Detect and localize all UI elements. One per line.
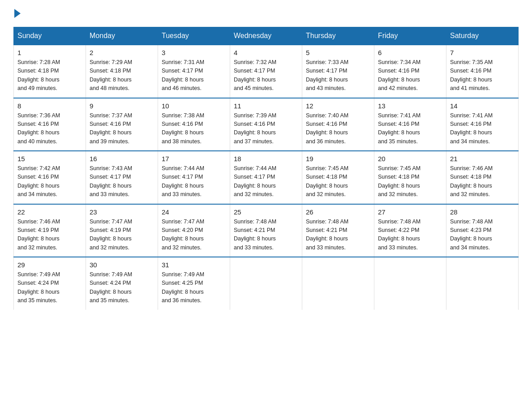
day-info: Sunrise: 7:37 AMSunset: 4:16 PMDaylight:… <box>90 111 154 146</box>
header-cell-thursday: Thursday <box>302 27 374 45</box>
day-number: 17 <box>162 155 226 163</box>
calendar-cell: 5Sunrise: 7:33 AMSunset: 4:17 PMDaylight… <box>302 45 374 98</box>
day-info: Sunrise: 7:47 AMSunset: 4:19 PMDaylight:… <box>90 218 154 253</box>
day-info: Sunrise: 7:46 AMSunset: 4:18 PMDaylight:… <box>450 164 515 199</box>
calendar-cell <box>374 257 446 310</box>
day-number: 15 <box>17 155 82 163</box>
day-info: Sunrise: 7:49 AMSunset: 4:25 PMDaylight:… <box>162 270 226 305</box>
week-row-3: 15Sunrise: 7:42 AMSunset: 4:16 PMDayligh… <box>14 151 519 204</box>
day-info: Sunrise: 7:42 AMSunset: 4:16 PMDaylight:… <box>17 164 82 199</box>
calendar-cell: 13Sunrise: 7:41 AMSunset: 4:16 PMDayligh… <box>374 98 446 151</box>
calendar-cell: 1Sunrise: 7:28 AMSunset: 4:18 PMDaylight… <box>14 45 86 98</box>
day-info: Sunrise: 7:33 AMSunset: 4:17 PMDaylight:… <box>306 58 370 93</box>
calendar-cell: 24Sunrise: 7:47 AMSunset: 4:20 PMDayligh… <box>158 204 230 257</box>
calendar-cell: 25Sunrise: 7:48 AMSunset: 4:21 PMDayligh… <box>230 204 302 257</box>
week-row-1: 1Sunrise: 7:28 AMSunset: 4:18 PMDaylight… <box>14 45 519 98</box>
day-number: 28 <box>450 208 515 216</box>
day-info: Sunrise: 7:29 AMSunset: 4:18 PMDaylight:… <box>90 58 154 93</box>
calendar-table: SundayMondayTuesdayWednesdayThursdayFrid… <box>13 27 519 310</box>
calendar-cell: 31Sunrise: 7:49 AMSunset: 4:25 PMDayligh… <box>158 257 230 310</box>
day-info: Sunrise: 7:46 AMSunset: 4:19 PMDaylight:… <box>17 218 82 253</box>
week-row-2: 8Sunrise: 7:36 AMSunset: 4:16 PMDaylight… <box>14 98 519 151</box>
day-number: 25 <box>234 208 298 216</box>
day-info: Sunrise: 7:45 AMSunset: 4:18 PMDaylight:… <box>378 164 442 199</box>
day-info: Sunrise: 7:43 AMSunset: 4:17 PMDaylight:… <box>90 164 154 199</box>
day-number: 21 <box>450 155 515 163</box>
day-info: Sunrise: 7:48 AMSunset: 4:22 PMDaylight:… <box>378 218 442 253</box>
day-number: 31 <box>162 261 226 269</box>
logo <box>13 9 21 18</box>
day-number: 30 <box>90 261 154 269</box>
day-info: Sunrise: 7:45 AMSunset: 4:18 PMDaylight:… <box>306 164 370 199</box>
calendar-cell: 10Sunrise: 7:38 AMSunset: 4:16 PMDayligh… <box>158 98 230 151</box>
day-number: 13 <box>378 102 442 110</box>
calendar-cell: 29Sunrise: 7:49 AMSunset: 4:24 PMDayligh… <box>14 257 86 310</box>
day-number: 27 <box>378 208 442 216</box>
calendar-cell: 14Sunrise: 7:41 AMSunset: 4:16 PMDayligh… <box>446 98 519 151</box>
day-number: 29 <box>17 261 82 269</box>
day-number: 2 <box>90 49 154 56</box>
day-info: Sunrise: 7:32 AMSunset: 4:17 PMDaylight:… <box>234 58 298 93</box>
calendar-cell <box>446 257 519 310</box>
header-cell-wednesday: Wednesday <box>230 27 302 45</box>
day-info: Sunrise: 7:35 AMSunset: 4:16 PMDaylight:… <box>450 58 515 93</box>
day-number: 10 <box>162 102 226 110</box>
calendar-cell: 6Sunrise: 7:34 AMSunset: 4:16 PMDaylight… <box>374 45 446 98</box>
day-number: 12 <box>306 102 370 110</box>
header-cell-sunday: Sunday <box>14 27 86 45</box>
day-number: 22 <box>17 208 82 216</box>
logo-triangle-icon <box>14 9 21 18</box>
calendar-cell: 17Sunrise: 7:44 AMSunset: 4:17 PMDayligh… <box>158 151 230 204</box>
day-number: 5 <box>306 49 370 56</box>
calendar-cell: 4Sunrise: 7:32 AMSunset: 4:17 PMDaylight… <box>230 45 302 98</box>
calendar-cell <box>230 257 302 310</box>
day-number: 1 <box>17 49 82 56</box>
calendar-cell: 15Sunrise: 7:42 AMSunset: 4:16 PMDayligh… <box>14 151 86 204</box>
day-info: Sunrise: 7:44 AMSunset: 4:17 PMDaylight:… <box>234 164 298 199</box>
calendar-cell: 27Sunrise: 7:48 AMSunset: 4:22 PMDayligh… <box>374 204 446 257</box>
day-info: Sunrise: 7:49 AMSunset: 4:24 PMDaylight:… <box>17 270 82 305</box>
page-header <box>13 9 519 18</box>
header-cell-friday: Friday <box>374 27 446 45</box>
day-info: Sunrise: 7:34 AMSunset: 4:16 PMDaylight:… <box>378 58 442 93</box>
day-info: Sunrise: 7:48 AMSunset: 4:23 PMDaylight:… <box>450 218 515 253</box>
calendar-cell: 28Sunrise: 7:48 AMSunset: 4:23 PMDayligh… <box>446 204 519 257</box>
day-info: Sunrise: 7:41 AMSunset: 4:16 PMDaylight:… <box>378 111 442 146</box>
calendar-cell: 7Sunrise: 7:35 AMSunset: 4:16 PMDaylight… <box>446 45 519 98</box>
day-number: 8 <box>17 102 82 110</box>
calendar-cell: 9Sunrise: 7:37 AMSunset: 4:16 PMDaylight… <box>86 98 158 151</box>
calendar-cell: 22Sunrise: 7:46 AMSunset: 4:19 PMDayligh… <box>14 204 86 257</box>
header-row: SundayMondayTuesdayWednesdayThursdayFrid… <box>14 27 519 45</box>
calendar-body: 1Sunrise: 7:28 AMSunset: 4:18 PMDaylight… <box>14 45 519 310</box>
calendar-cell: 23Sunrise: 7:47 AMSunset: 4:19 PMDayligh… <box>86 204 158 257</box>
calendar-cell: 8Sunrise: 7:36 AMSunset: 4:16 PMDaylight… <box>14 98 86 151</box>
day-number: 4 <box>234 49 298 56</box>
day-info: Sunrise: 7:44 AMSunset: 4:17 PMDaylight:… <box>162 164 226 199</box>
day-number: 24 <box>162 208 226 216</box>
week-row-5: 29Sunrise: 7:49 AMSunset: 4:24 PMDayligh… <box>14 257 519 310</box>
day-info: Sunrise: 7:40 AMSunset: 4:16 PMDaylight:… <box>306 111 370 146</box>
day-number: 26 <box>306 208 370 216</box>
day-number: 19 <box>306 155 370 163</box>
calendar-cell: 2Sunrise: 7:29 AMSunset: 4:18 PMDaylight… <box>86 45 158 98</box>
calendar-cell: 16Sunrise: 7:43 AMSunset: 4:17 PMDayligh… <box>86 151 158 204</box>
day-number: 20 <box>378 155 442 163</box>
calendar-cell: 26Sunrise: 7:48 AMSunset: 4:21 PMDayligh… <box>302 204 374 257</box>
day-info: Sunrise: 7:28 AMSunset: 4:18 PMDaylight:… <box>17 58 82 93</box>
header-cell-tuesday: Tuesday <box>158 27 230 45</box>
calendar-cell: 20Sunrise: 7:45 AMSunset: 4:18 PMDayligh… <box>374 151 446 204</box>
calendar-cell <box>302 257 374 310</box>
day-info: Sunrise: 7:39 AMSunset: 4:16 PMDaylight:… <box>234 111 298 146</box>
calendar-cell: 18Sunrise: 7:44 AMSunset: 4:17 PMDayligh… <box>230 151 302 204</box>
calendar-cell: 30Sunrise: 7:49 AMSunset: 4:24 PMDayligh… <box>86 257 158 310</box>
day-number: 3 <box>162 49 226 56</box>
calendar-cell: 19Sunrise: 7:45 AMSunset: 4:18 PMDayligh… <box>302 151 374 204</box>
calendar-cell: 3Sunrise: 7:31 AMSunset: 4:17 PMDaylight… <box>158 45 230 98</box>
day-info: Sunrise: 7:49 AMSunset: 4:24 PMDaylight:… <box>90 270 154 305</box>
day-number: 6 <box>378 49 442 56</box>
day-number: 7 <box>450 49 515 56</box>
calendar-cell: 11Sunrise: 7:39 AMSunset: 4:16 PMDayligh… <box>230 98 302 151</box>
day-number: 18 <box>234 155 298 163</box>
day-number: 14 <box>450 102 515 110</box>
day-info: Sunrise: 7:36 AMSunset: 4:16 PMDaylight:… <box>17 111 82 146</box>
